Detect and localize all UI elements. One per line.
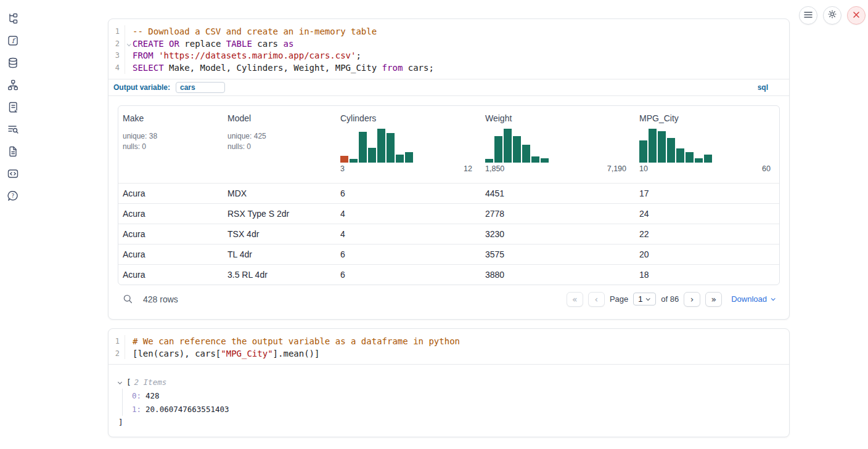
sql-code-editor[interactable]: 1-- Download a CSV and create an in-memo…: [108, 19, 789, 79]
table-cell: MDX: [223, 184, 336, 203]
table-cell: 24: [635, 204, 779, 224]
table-cell: Acura: [118, 265, 223, 285]
language-badge: sql: [758, 83, 768, 92]
table-body: AcuraMDX6445117AcuraRSX Type S 2dr427782…: [118, 183, 779, 285]
help-chat-icon: ?: [7, 190, 19, 204]
histogram-bar[interactable]: [396, 155, 404, 163]
histogram-bar[interactable]: [686, 152, 694, 163]
sidebar-item-scratchpad[interactable]: [6, 102, 20, 115]
collapse-caret-icon[interactable]: [118, 380, 122, 384]
first-page-button[interactable]: «: [567, 292, 583, 307]
page-select[interactable]: 1: [633, 293, 656, 305]
column-header-weight[interactable]: Weight 1,850 7,190: [481, 106, 635, 183]
python-cell-output: [ 2 Items 0: 428 1: 20.060747663551403 ]: [108, 365, 789, 437]
chevron-down-icon: [646, 297, 650, 301]
sidebar-item-datasources[interactable]: [6, 58, 20, 70]
column-header-make[interactable]: Make unique: 38 nulls: 0: [118, 106, 223, 183]
histogram-bar[interactable]: [368, 148, 376, 163]
sidebar-item-snippets[interactable]: [6, 169, 20, 181]
histogram-bar[interactable]: [387, 133, 395, 162]
histogram-bar[interactable]: [541, 158, 549, 163]
notebook-actions: [799, 6, 866, 25]
list-item: 0: 428: [132, 389, 779, 402]
table-cell: 3.5 RL 4dr: [223, 265, 336, 285]
next-page-button[interactable]: ›: [684, 292, 700, 307]
histogram-bar[interactable]: [513, 136, 521, 163]
table-row[interactable]: AcuraTL 4dr6357520: [118, 244, 779, 264]
code-line[interactable]: 1# We can reference the output variable …: [108, 335, 789, 347]
table-cell: RSX Type S 2dr: [223, 204, 336, 224]
histogram-bar[interactable]: [704, 155, 712, 163]
code-line[interactable]: 1-- Download a CSV and create an in-memo…: [108, 25, 789, 38]
table-cell: Acura: [118, 204, 223, 224]
marimo-notebook: f ? 1-- Download a CSV and create an in-…: [0, 0, 868, 449]
sql-cell-output: Make unique: 38 nulls: 0 Model unique: 4…: [108, 96, 789, 319]
item-value: 20.060747663551403: [145, 405, 229, 414]
sidebar-item-logs[interactable]: [6, 124, 20, 137]
shutdown-button[interactable]: [847, 6, 866, 25]
histogram-bar[interactable]: [494, 136, 502, 163]
gear-icon: [827, 9, 837, 22]
histogram-bar[interactable]: [522, 145, 530, 163]
sidebar-item-file-tree[interactable]: [6, 14, 20, 26]
table-cell: 3230: [481, 224, 635, 244]
table-cell: TL 4dr: [223, 245, 336, 264]
item-index: 1:: [132, 405, 141, 414]
sidebar-item-help[interactable]: ?: [6, 191, 20, 203]
histogram-bar[interactable]: [340, 156, 348, 163]
table-row[interactable]: AcuraMDX6445117: [118, 183, 779, 203]
close-icon: [853, 10, 860, 21]
prev-page-button[interactable]: ‹: [588, 292, 605, 307]
python-code-editor[interactable]: 1# We can reference the output variable …: [108, 329, 789, 364]
table-row[interactable]: Acura3.5 RL 4dr6388018: [118, 264, 779, 285]
histogram-bar[interactable]: [359, 132, 367, 163]
table-cell: 6: [336, 265, 481, 285]
histogram-bar[interactable]: [639, 140, 647, 163]
code-line[interactable]: 3FROM 'https://datasets.marimo.app/cars.…: [108, 49, 789, 62]
table-cell: TSX 4dr: [223, 224, 336, 244]
histogram-bar[interactable]: [405, 152, 413, 163]
table-cell: 6: [336, 184, 481, 203]
line-number: 1: [108, 25, 125, 38]
sidebar-item-dependency-graph[interactable]: [6, 80, 20, 92]
settings-button[interactable]: [823, 6, 841, 25]
column-header-mpg-city[interactable]: MPG_City 10 60: [635, 106, 779, 183]
column-header-cylinders[interactable]: Cylinders 3 12: [336, 106, 481, 183]
table-header: Make unique: 38 nulls: 0 Model unique: 4…: [118, 106, 779, 183]
chevron-down-icon: [771, 297, 776, 301]
sidebar-item-documentation[interactable]: [6, 147, 20, 159]
hist-max-label: 60: [762, 164, 771, 173]
code-text: -- Download a CSV and create an in-memor…: [125, 26, 377, 36]
histogram-bar[interactable]: [504, 129, 512, 163]
histogram-bar[interactable]: [658, 131, 666, 163]
item-value: 428: [145, 391, 160, 400]
menu-button[interactable]: [799, 6, 817, 25]
histogram-bar[interactable]: [377, 129, 385, 163]
hist-min-label: 10: [639, 164, 648, 173]
histogram-bar[interactable]: [667, 138, 675, 163]
column-header-model[interactable]: Model unique: 425 nulls: 0: [223, 106, 336, 183]
histogram-bar[interactable]: [649, 129, 657, 163]
line-number: 2: [108, 38, 125, 50]
search-icon[interactable]: [123, 294, 133, 304]
histogram-bar[interactable]: [676, 148, 684, 163]
column-stat: nulls: 0: [227, 142, 331, 152]
histogram-bar[interactable]: [531, 156, 539, 162]
download-button[interactable]: Download: [731, 294, 774, 304]
histogram-bar[interactable]: [350, 159, 358, 163]
output-variable-input[interactable]: [176, 82, 225, 93]
svg-text:?: ?: [12, 193, 15, 199]
code-line[interactable]: 4SELECT Make, Model, Cylinders, Weight, …: [108, 62, 789, 74]
table-row[interactable]: AcuraTSX 4dr4323022: [118, 224, 779, 244]
sidebar-item-functions[interactable]: f: [6, 36, 20, 48]
scroll-icon: [7, 101, 19, 116]
histogram-bar[interactable]: [485, 159, 493, 163]
code-line[interactable]: 2[len(cars), cars["MPG_City"].mean()]: [108, 347, 789, 360]
code-line[interactable]: 2CREATE OR replace TABLE cars as: [108, 38, 789, 50]
histogram-bar[interactable]: [695, 158, 703, 163]
table-row[interactable]: AcuraRSX Type S 2dr4277824: [118, 203, 779, 224]
last-page-button[interactable]: »: [705, 292, 722, 307]
code-text: SELECT Make, Model, Cylinders, Weight, M…: [125, 63, 434, 73]
table-cell: 4: [336, 204, 481, 224]
prev-page-icon: ‹: [595, 294, 599, 304]
